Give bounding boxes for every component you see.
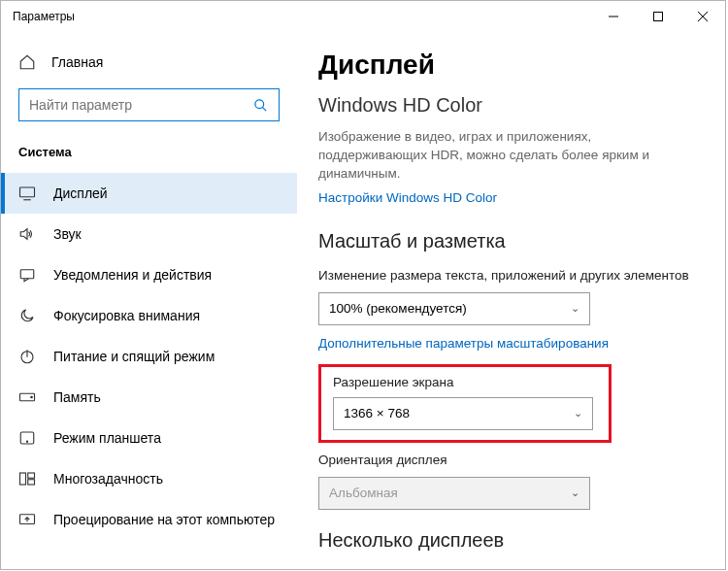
power-icon bbox=[18, 348, 36, 365]
resolution-highlight: Разрешение экрана 1366 × 768 ⌄ bbox=[318, 364, 612, 443]
svg-point-14 bbox=[26, 441, 27, 442]
search-icon bbox=[251, 96, 269, 114]
sidebar-item-notifications[interactable]: Уведомления и действия bbox=[1, 254, 297, 295]
close-button[interactable] bbox=[680, 1, 725, 32]
sidebar-item-label: Дисплей bbox=[53, 185, 108, 201]
home-icon bbox=[18, 53, 36, 71]
orientation-select: Альбомная ⌄ bbox=[318, 477, 590, 510]
sidebar-item-label: Многозадачность bbox=[53, 471, 163, 487]
maximize-button[interactable] bbox=[636, 1, 680, 32]
sidebar-item-label: Память bbox=[53, 389, 101, 405]
notifications-icon bbox=[18, 266, 36, 284]
svg-rect-8 bbox=[20, 270, 34, 279]
sidebar-item-focus[interactable]: Фокусировка внимания bbox=[1, 295, 297, 336]
multitask-icon bbox=[18, 470, 36, 487]
svg-rect-15 bbox=[20, 473, 26, 485]
scale-select[interactable]: 100% (рекомендуется) ⌄ bbox=[318, 292, 590, 325]
scale-heading: Масштаб и разметка bbox=[318, 230, 704, 252]
svg-rect-17 bbox=[28, 480, 35, 485]
sidebar-item-label: Проецирование на этот компьютер bbox=[53, 512, 275, 527]
scale-field-label: Изменение размера текста, приложений и д… bbox=[318, 268, 704, 283]
sidebar-item-display[interactable]: Дисплей bbox=[1, 173, 297, 214]
svg-point-4 bbox=[254, 99, 263, 108]
home-label: Главная bbox=[51, 54, 103, 70]
sidebar-item-label: Фокусировка внимания bbox=[53, 308, 200, 323]
scale-advanced-link[interactable]: Дополнительные параметры масштабирования bbox=[318, 336, 609, 351]
multi-displays-description: Старые дисплеи могут не всегда подключат… bbox=[318, 565, 702, 569]
search-input-wrap[interactable] bbox=[18, 88, 280, 121]
search-input[interactable] bbox=[29, 97, 251, 113]
sound-icon bbox=[18, 225, 36, 243]
sidebar-item-tablet[interactable]: Режим планшета bbox=[1, 418, 297, 458]
hdcolor-description: Изображение в видео, играх и приложениях… bbox=[318, 128, 702, 184]
svg-rect-16 bbox=[28, 473, 35, 478]
project-icon bbox=[18, 511, 36, 528]
multi-displays-heading: Несколько дисплеев bbox=[318, 529, 704, 552]
tablet-icon bbox=[18, 429, 36, 447]
svg-rect-1 bbox=[654, 13, 663, 21]
resolution-select-value: 1366 × 768 bbox=[344, 406, 410, 420]
svg-point-12 bbox=[31, 396, 33, 398]
chevron-down-icon: ⌄ bbox=[574, 407, 582, 420]
sidebar-item-sound[interactable]: Звук bbox=[1, 214, 297, 254]
sidebar-item-label: Уведомления и действия bbox=[53, 267, 212, 283]
svg-line-5 bbox=[262, 107, 266, 111]
window-title: Параметры bbox=[13, 10, 591, 23]
orientation-select-value: Альбомная bbox=[329, 486, 398, 500]
sidebar-item-project[interactable]: Проецирование на этот компьютер bbox=[1, 499, 297, 540]
home-nav[interactable]: Главная bbox=[1, 46, 297, 79]
focus-icon bbox=[18, 307, 36, 324]
sidebar-item-label: Питание и спящий режим bbox=[53, 349, 215, 364]
resolution-field-label: Разрешение экрана bbox=[333, 375, 597, 389]
svg-rect-6 bbox=[20, 187, 35, 197]
hdcolor-link[interactable]: Настройки Windows HD Color bbox=[318, 190, 497, 205]
sidebar-item-label: Звук bbox=[53, 226, 82, 242]
display-icon bbox=[18, 185, 36, 202]
chevron-down-icon: ⌄ bbox=[571, 487, 579, 499]
storage-icon bbox=[18, 388, 36, 406]
hdcolor-heading: Windows HD Color bbox=[318, 94, 704, 117]
category-header: Система bbox=[1, 137, 297, 173]
sidebar-item-label: Режим планшета bbox=[53, 430, 161, 446]
sidebar-item-multitask[interactable]: Многозадачность bbox=[1, 458, 297, 499]
sidebar-item-storage[interactable]: Память bbox=[1, 377, 297, 418]
resolution-select[interactable]: 1366 × 768 ⌄ bbox=[333, 397, 593, 430]
orientation-field-label: Ориентация дисплея bbox=[318, 453, 704, 467]
scale-select-value: 100% (рекомендуется) bbox=[329, 301, 467, 316]
page-title: Дисплей bbox=[318, 50, 704, 81]
sidebar-item-power[interactable]: Питание и спящий режим bbox=[1, 336, 297, 377]
content-pane: Дисплей Windows HD Color Изображение в в… bbox=[297, 32, 725, 569]
chevron-down-icon: ⌄ bbox=[571, 302, 579, 315]
minimize-button[interactable] bbox=[591, 1, 636, 32]
sidebar: Главная Система Дисплей bbox=[1, 32, 297, 569]
